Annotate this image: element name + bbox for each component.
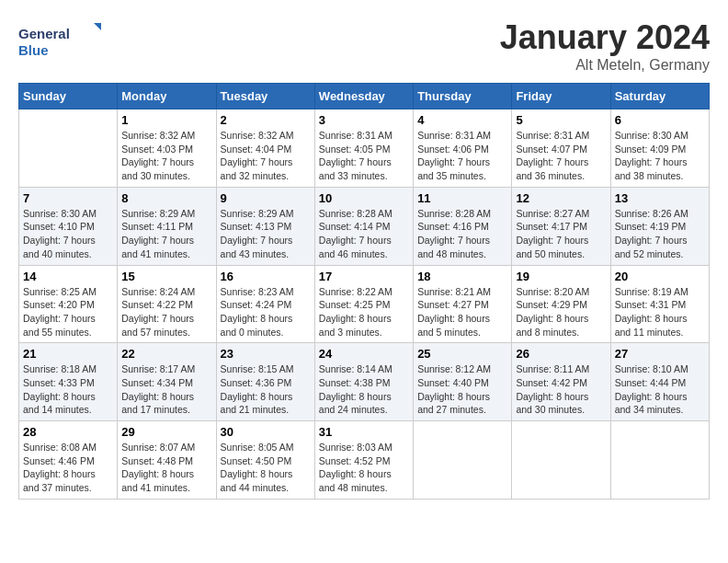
day-info: Sunrise: 8:23 AMSunset: 4:24 PMDaylight:… (221, 285, 311, 339)
weekday-header-row: SundayMondayTuesdayWednesdayThursdayFrid… (19, 84, 710, 109)
calendar-cell: 10Sunrise: 8:28 AMSunset: 4:14 PMDayligh… (314, 187, 413, 265)
day-info: Sunrise: 8:29 AMSunset: 4:11 PMDaylight:… (121, 207, 211, 261)
day-number: 29 (121, 425, 211, 439)
day-info: Sunrise: 8:25 AMSunset: 4:20 PMDaylight:… (23, 285, 113, 339)
calendar-cell: 27Sunrise: 8:10 AMSunset: 4:44 PMDayligh… (610, 343, 709, 421)
day-number: 28 (23, 425, 113, 439)
day-number: 10 (319, 191, 409, 205)
weekday-header-thursday: Thursday (414, 84, 512, 109)
day-number: 30 (221, 425, 311, 439)
weekday-header-wednesday: Wednesday (314, 84, 413, 109)
day-number: 23 (221, 347, 311, 361)
day-info: Sunrise: 8:28 AMSunset: 4:16 PMDaylight:… (417, 207, 507, 261)
day-number: 27 (615, 347, 705, 361)
day-info: Sunrise: 8:20 AMSunset: 4:29 PMDaylight:… (516, 285, 606, 339)
title-area: January 2024 Alt Meteln, Germany (500, 18, 710, 74)
day-number: 15 (121, 270, 211, 283)
day-number: 11 (417, 191, 507, 205)
day-info: Sunrise: 8:32 AMSunset: 4:04 PMDaylight:… (221, 129, 311, 183)
calendar-cell: 17Sunrise: 8:22 AMSunset: 4:25 PMDayligh… (314, 265, 413, 343)
day-number: 9 (221, 191, 311, 205)
day-number: 5 (516, 113, 606, 127)
day-info: Sunrise: 8:26 AMSunset: 4:19 PMDaylight:… (615, 207, 705, 261)
day-info: Sunrise: 8:30 AMSunset: 4:10 PMDaylight:… (23, 207, 113, 261)
calendar-cell (414, 421, 512, 500)
day-number: 14 (23, 270, 113, 283)
day-info: Sunrise: 8:27 AMSunset: 4:17 PMDaylight:… (516, 207, 606, 261)
weekday-header-saturday: Saturday (610, 84, 709, 109)
calendar-title: January 2024 (500, 18, 710, 57)
calendar-cell: 1Sunrise: 8:32 AMSunset: 4:03 PMDaylight… (118, 109, 216, 188)
day-info: Sunrise: 8:12 AMSunset: 4:40 PMDaylight:… (417, 362, 507, 417)
weekday-header-sunday: Sunday (19, 84, 118, 109)
calendar-cell (610, 421, 709, 500)
day-info: Sunrise: 8:24 AMSunset: 4:22 PMDaylight:… (121, 285, 211, 339)
day-info: Sunrise: 8:14 AMSunset: 4:38 PMDaylight:… (319, 362, 409, 417)
calendar-cell: 5Sunrise: 8:31 AMSunset: 4:07 PMDaylight… (512, 109, 610, 188)
calendar-cell: 18Sunrise: 8:21 AMSunset: 4:27 PMDayligh… (414, 265, 512, 343)
weekday-header-tuesday: Tuesday (216, 84, 314, 109)
day-number: 4 (417, 113, 507, 127)
day-info: Sunrise: 8:19 AMSunset: 4:31 PMDaylight:… (615, 285, 705, 339)
day-number: 3 (319, 113, 409, 127)
day-info: Sunrise: 8:05 AMSunset: 4:50 PMDaylight:… (221, 441, 311, 495)
calendar-cell: 2Sunrise: 8:32 AMSunset: 4:04 PMDaylight… (216, 109, 314, 188)
calendar-cell: 29Sunrise: 8:07 AMSunset: 4:48 PMDayligh… (118, 421, 216, 500)
calendar-cell: 6Sunrise: 8:30 AMSunset: 4:09 PMDaylight… (610, 109, 709, 188)
calendar-table: SundayMondayTuesdayWednesdayThursdayFrid… (18, 83, 710, 500)
weekday-header-friday: Friday (512, 84, 610, 109)
day-number: 17 (319, 270, 409, 283)
calendar-cell: 25Sunrise: 8:12 AMSunset: 4:40 PMDayligh… (414, 343, 512, 421)
calendar-cell: 20Sunrise: 8:19 AMSunset: 4:31 PMDayligh… (610, 265, 709, 343)
day-info: Sunrise: 8:18 AMSunset: 4:33 PMDaylight:… (23, 362, 113, 417)
day-number: 26 (516, 347, 606, 361)
logo-svg: General Blue (18, 18, 101, 64)
calendar-subtitle: Alt Meteln, Germany (500, 57, 710, 74)
calendar-cell: 11Sunrise: 8:28 AMSunset: 4:16 PMDayligh… (414, 187, 512, 265)
page-header: General Blue January 2024 Alt Meteln, Ge… (18, 18, 710, 74)
day-number: 2 (221, 113, 311, 127)
day-number: 20 (615, 270, 705, 283)
day-info: Sunrise: 8:31 AMSunset: 4:05 PMDaylight:… (319, 129, 409, 183)
day-number: 19 (516, 270, 606, 283)
day-number: 6 (615, 113, 705, 127)
calendar-cell: 14Sunrise: 8:25 AMSunset: 4:20 PMDayligh… (19, 265, 118, 343)
day-info: Sunrise: 8:32 AMSunset: 4:03 PMDaylight:… (121, 129, 211, 183)
calendar-week-row: 28Sunrise: 8:08 AMSunset: 4:46 PMDayligh… (19, 421, 710, 500)
svg-marker-5 (94, 23, 101, 30)
calendar-cell: 19Sunrise: 8:20 AMSunset: 4:29 PMDayligh… (512, 265, 610, 343)
day-number: 22 (121, 347, 211, 361)
day-info: Sunrise: 8:08 AMSunset: 4:46 PMDaylight:… (23, 441, 113, 495)
calendar-cell: 8Sunrise: 8:29 AMSunset: 4:11 PMDaylight… (118, 187, 216, 265)
calendar-cell: 13Sunrise: 8:26 AMSunset: 4:19 PMDayligh… (610, 187, 709, 265)
day-number: 18 (417, 270, 507, 283)
day-number: 31 (319, 425, 409, 439)
calendar-cell: 28Sunrise: 8:08 AMSunset: 4:46 PMDayligh… (19, 421, 118, 500)
day-number: 21 (23, 347, 113, 361)
svg-text:General: General (18, 26, 70, 41)
calendar-cell: 23Sunrise: 8:15 AMSunset: 4:36 PMDayligh… (216, 343, 314, 421)
calendar-cell: 30Sunrise: 8:05 AMSunset: 4:50 PMDayligh… (216, 421, 314, 500)
day-number: 12 (516, 191, 606, 205)
day-info: Sunrise: 8:10 AMSunset: 4:44 PMDaylight:… (615, 362, 705, 417)
calendar-cell: 4Sunrise: 8:31 AMSunset: 4:06 PMDaylight… (414, 109, 512, 188)
calendar-cell: 26Sunrise: 8:11 AMSunset: 4:42 PMDayligh… (512, 343, 610, 421)
calendar-cell: 24Sunrise: 8:14 AMSunset: 4:38 PMDayligh… (314, 343, 413, 421)
calendar-cell (19, 109, 118, 188)
day-info: Sunrise: 8:17 AMSunset: 4:34 PMDaylight:… (121, 362, 211, 417)
calendar-week-row: 14Sunrise: 8:25 AMSunset: 4:20 PMDayligh… (19, 265, 710, 343)
calendar-cell: 31Sunrise: 8:03 AMSunset: 4:52 PMDayligh… (314, 421, 413, 500)
day-info: Sunrise: 8:03 AMSunset: 4:52 PMDaylight:… (319, 441, 409, 495)
calendar-cell: 7Sunrise: 8:30 AMSunset: 4:10 PMDaylight… (19, 187, 118, 265)
day-info: Sunrise: 8:28 AMSunset: 4:14 PMDaylight:… (319, 207, 409, 261)
day-number: 24 (319, 347, 409, 361)
logo-container: General Blue (18, 18, 101, 68)
day-number: 16 (221, 270, 311, 283)
calendar-cell: 12Sunrise: 8:27 AMSunset: 4:17 PMDayligh… (512, 187, 610, 265)
day-number: 13 (615, 191, 705, 205)
calendar-cell: 22Sunrise: 8:17 AMSunset: 4:34 PMDayligh… (118, 343, 216, 421)
day-info: Sunrise: 8:29 AMSunset: 4:13 PMDaylight:… (221, 207, 311, 261)
calendar-cell (512, 421, 610, 500)
day-info: Sunrise: 8:11 AMSunset: 4:42 PMDaylight:… (516, 362, 606, 417)
calendar-week-row: 21Sunrise: 8:18 AMSunset: 4:33 PMDayligh… (19, 343, 710, 421)
